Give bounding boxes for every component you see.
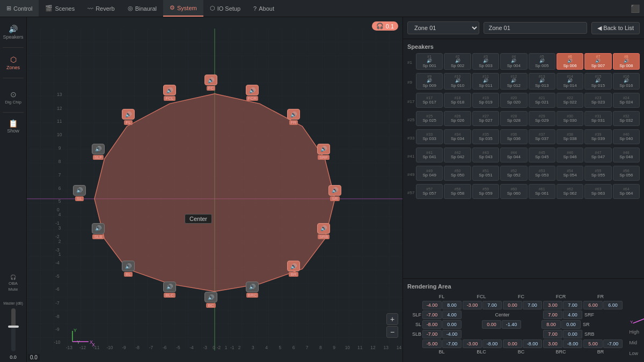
zone-name-input[interactable] [484, 22, 587, 34]
srf-coords[interactable] [543, 311, 582, 319]
slf-coords[interactable] [422, 311, 462, 319]
nav-scenes[interactable]: 🎬 Scenes [39, 0, 81, 17]
sp-030[interactable]: #30Sp 030 [557, 111, 583, 126]
sp-003[interactable]: #3🔊Sp 003 [472, 53, 499, 70]
sp-026[interactable]: #26Sp 026 [444, 111, 471, 126]
sp-011[interactable]: #11🔊Sp 011 [472, 73, 499, 90]
sp-057[interactable]: #57Sp 057 [416, 184, 443, 199]
srf-y-input[interactable] [563, 311, 582, 319]
sp-010[interactable]: #10🔊Sp 010 [444, 73, 471, 90]
back-to-list-button[interactable]: ◀ Back to List [591, 22, 640, 34]
sp-032[interactable]: #32Sp 032 [613, 111, 640, 126]
fcr-x-input[interactable] [543, 301, 562, 309]
sr-x-input[interactable] [541, 320, 561, 329]
nav-about[interactable]: ? About [247, 0, 281, 17]
sidebar-item-oba[interactable]: 🎧 OBA Mute [0, 271, 26, 295]
speaker-blc[interactable]: 🔊 BLC [163, 282, 176, 298]
sp-045[interactable]: #45Sp 045 [529, 147, 555, 162]
sp-055[interactable]: #55Sp 055 [584, 166, 611, 181]
fcl-y-input[interactable] [482, 301, 502, 309]
bc-coords[interactable] [503, 339, 542, 348]
fl-x-input[interactable] [422, 301, 442, 309]
sp-004[interactable]: #4🔊Sp 004 [500, 53, 527, 70]
speaker-sr[interactable]: 🔊 SR [328, 185, 341, 201]
sp-040[interactable]: #40Sp 040 [613, 129, 640, 144]
slf-y-input[interactable] [442, 311, 462, 319]
sl-x-input[interactable] [422, 320, 442, 329]
sp-037[interactable]: #37Sp 037 [529, 129, 555, 144]
sp-059[interactable]: #59Sp 059 [472, 184, 499, 199]
sp-049[interactable]: #49Sp 049 [416, 166, 443, 181]
sp-009[interactable]: #9🔊Sp 009 [416, 73, 443, 90]
sidebar-item-dig-chip[interactable]: ⊙ Dig Chip [0, 87, 26, 108]
sp-061[interactable]: #61Sp 061 [529, 184, 555, 199]
bl-y-input[interactable] [442, 339, 462, 348]
fr-coords[interactable] [583, 301, 623, 309]
bc-y-input[interactable] [523, 339, 542, 348]
sidebar-master-fader[interactable]: Master (dB) 0.0 [0, 298, 26, 362]
srb-coords[interactable] [543, 330, 582, 338]
speaker-fl[interactable]: 🔊 FL [122, 109, 135, 125]
sp-001[interactable]: #1🔊Sp 001 [416, 53, 443, 70]
sp-027[interactable]: #27Sp 027 [472, 111, 499, 126]
br-y-input[interactable] [603, 339, 623, 348]
nav-io-setup[interactable]: ⬡ IO Setup [203, 0, 247, 17]
sp-063[interactable]: #63Sp 063 [584, 184, 611, 199]
sr-y-input[interactable] [561, 320, 581, 329]
sp-015[interactable]: #15🔊Sp 015 [584, 73, 611, 90]
fcr-y-input[interactable] [563, 301, 582, 309]
bc-x-input[interactable] [503, 339, 522, 348]
zone-select[interactable]: Zone 01 [407, 21, 479, 34]
sp-028[interactable]: #28Sp 028 [500, 111, 527, 126]
nav-system[interactable]: ⚙ System [163, 0, 203, 17]
sp-023[interactable]: #23Sp 023 [584, 93, 611, 108]
sp-042[interactable]: #42Sp 042 [444, 147, 471, 162]
fc-y-input[interactable] [523, 301, 542, 309]
sp-033[interactable]: #33Sp 033 [416, 129, 443, 144]
speaker-br[interactable]: 🔊 BR [287, 261, 300, 277]
slb-y-input[interactable] [442, 330, 462, 338]
sp-014[interactable]: #14🔊Sp 014 [557, 73, 583, 90]
sp-062[interactable]: #62Sp 062 [557, 184, 583, 199]
blc-y-input[interactable] [482, 339, 502, 348]
sp-002[interactable]: #2🔊Sp 002 [444, 53, 471, 70]
zoom-out-button[interactable]: − [386, 326, 398, 338]
sp-031[interactable]: #31Sp 031 [584, 111, 611, 126]
sl-y-input[interactable] [442, 320, 462, 329]
sp-020[interactable]: #20Sp 020 [500, 93, 527, 108]
speaker-bc[interactable]: 🔊 BC [204, 292, 217, 308]
srb-y-input[interactable] [563, 330, 582, 338]
sp-022[interactable]: #22Sp 022 [557, 93, 583, 108]
slf-x-input[interactable] [422, 311, 442, 319]
sp-046[interactable]: #46Sp 046 [557, 147, 583, 162]
srb-x-input[interactable] [543, 330, 562, 338]
sp-018[interactable]: #18Sp 018 [444, 93, 471, 108]
sp-050[interactable]: #50Sp 050 [444, 166, 471, 181]
fc-coords[interactable] [503, 301, 542, 309]
sp-043[interactable]: #43Sp 043 [472, 147, 499, 162]
speaker-sl[interactable]: 🔊 SL [73, 185, 86, 201]
nav-control[interactable]: ⊞ Control [0, 0, 39, 17]
speaker-fc[interactable]: 🔊 FC [204, 75, 217, 91]
sp-054[interactable]: #54Sp 054 [557, 166, 583, 181]
sp-039[interactable]: #39Sp 039 [584, 129, 611, 144]
speaker-fcr[interactable]: 🔊 FCR [246, 85, 259, 101]
sp-052[interactable]: #52Sp 052 [500, 166, 527, 181]
sp-006[interactable]: #6🔊Sp 006 [557, 53, 583, 70]
brc-x-input[interactable] [543, 339, 562, 348]
speaker-srf[interactable]: 🔊 SRF [317, 144, 330, 160]
sp-064[interactable]: #64Sp 064 [613, 184, 640, 199]
srf-x-input[interactable] [543, 311, 562, 319]
window-close-button[interactable]: ⬛ [631, 4, 640, 13]
sp-012[interactable]: #12🔊Sp 012 [500, 73, 527, 90]
speaker-srb[interactable]: 🔊 SRB [317, 223, 330, 239]
brc-y-input[interactable] [563, 339, 582, 348]
sp-053[interactable]: #53Sp 053 [529, 166, 555, 181]
sp-008[interactable]: #8🔊Sp 008 [613, 53, 640, 70]
sp-036[interactable]: #36Sp 036 [500, 129, 527, 144]
sp-016[interactable]: #16🔊Sp 016 [613, 73, 640, 90]
headphone-badge[interactable]: 🎧 0.1 [372, 21, 398, 31]
sidebar-item-speakers[interactable]: 🔊 Speakers [0, 21, 26, 43]
brc-coords[interactable] [543, 339, 582, 348]
fcr-coords[interactable] [543, 301, 582, 309]
